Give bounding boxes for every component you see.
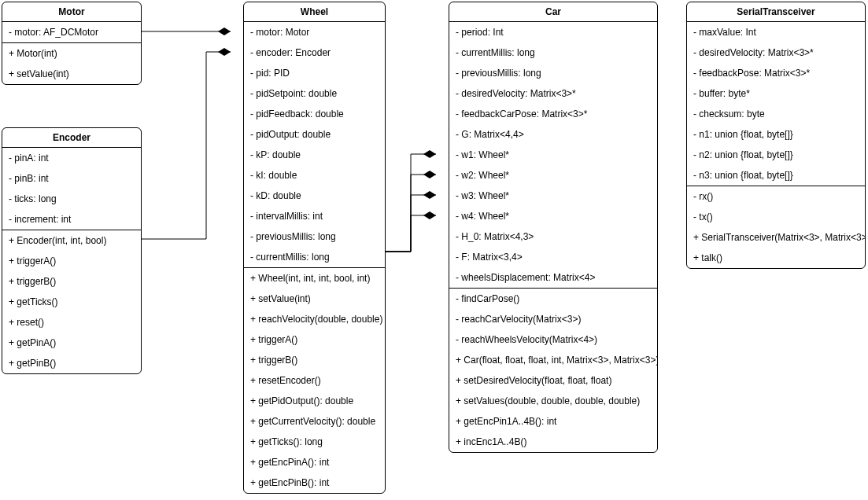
method-row: - tx() — [687, 207, 865, 227]
attributes-section: - maxValue: Int- desiredVelocity: Matrix… — [687, 22, 865, 186]
attribute-row: - currentMillis: long — [449, 42, 657, 63]
method-row: + triggerA() — [2, 251, 141, 271]
attribute-row: - checksum: byte — [687, 104, 865, 124]
methods-section: + Motor(int)+ setValue(int) — [2, 43, 141, 84]
attribute-row: - motor: Motor — [244, 22, 385, 42]
method-row: + triggerB() — [2, 271, 141, 292]
attribute-row: - w1: Wheel* — [449, 145, 657, 165]
attribute-row: - feedbackPose: Matrix<3>* — [687, 63, 865, 83]
rel-wheel-encoder — [142, 52, 231, 239]
attribute-row: - kI: double — [244, 165, 385, 186]
class-serial-transceiver: SerialTransceiver- maxValue: Int- desire… — [686, 2, 866, 269]
method-row: + resetEncoder() — [244, 370, 385, 391]
rel-car-wheel-4 — [386, 215, 436, 252]
method-row: + getEncPinA(): int — [244, 452, 385, 472]
methods-section: + Wheel(int, int, int, bool, int)+ setVa… — [244, 268, 385, 493]
attributes-section: - motor: AF_DCMotor — [2, 22, 141, 43]
class-title: Car — [449, 2, 657, 22]
method-row: + getTicks(): long — [244, 432, 385, 452]
attribute-row: - previousMillis: long — [449, 63, 657, 83]
attribute-row: - n3: union {float, byte[]} — [687, 165, 865, 186]
method-row: + SerialTransceiver(Matrix<3>, Matrix<3>… — [687, 227, 865, 248]
rel-car-wheel-1 — [386, 154, 436, 252]
method-row: + reset() — [2, 312, 141, 333]
class-wheel: Wheel- motor: Motor- encoder: Encoder- p… — [243, 2, 386, 494]
attribute-row: - buffer: byte* — [687, 83, 865, 104]
class-encoder: Encoder- pinA: int- pinB: int- ticks: lo… — [2, 127, 142, 374]
attribute-row: - H_0: Matrix<4,3> — [449, 226, 657, 247]
attribute-row: - pidSetpoint: double — [244, 83, 385, 104]
attribute-row: - desiredVelocity: Matrix<3>* — [687, 42, 865, 63]
method-row: + incEnc1A..4B() — [449, 432, 657, 452]
attribute-row: - pid: PID — [244, 63, 385, 83]
attributes-section: - motor: Motor- encoder: Encoder- pid: P… — [244, 22, 385, 268]
method-row: - reachWheelsVelocity(Matrix<4>) — [449, 329, 657, 350]
methods-section: - rx()- tx()+ SerialTransceiver(Matrix<3… — [687, 186, 865, 268]
attributes-section: - pinA: int- pinB: int- ticks: long- inc… — [2, 148, 141, 230]
method-row: + getTicks() — [2, 292, 141, 312]
method-row: + getPidOutput(): double — [244, 391, 385, 411]
method-row: + getEncPin1A..4B(): int — [449, 411, 657, 432]
method-row: + getPinA() — [2, 333, 141, 353]
class-car: Car- period: Int- currentMillis: long- p… — [449, 2, 658, 453]
methods-section: - findCarPose()- reachCarVelocity(Matrix… — [449, 289, 657, 452]
attribute-row: - increment: int — [2, 209, 141, 230]
attribute-row: - w2: Wheel* — [449, 165, 657, 186]
attribute-row: - wheelsDisplacement: Matrix<4> — [449, 267, 657, 288]
method-row: - reachCarVelocity(Matrix<3>) — [449, 309, 657, 329]
attribute-row: - previousMillis: long — [244, 226, 385, 247]
diamond-car-w3 — [423, 191, 436, 199]
method-row: + getEncPinB(): int — [244, 472, 385, 493]
attribute-row: - G: Matrix<4,4> — [449, 124, 657, 145]
attribute-row: - feedbackCarPose: Matrix<3>* — [449, 104, 657, 124]
method-row: + Car(float, float, float, int, Matrix<3… — [449, 350, 657, 370]
method-row: + triggerB() — [244, 350, 385, 370]
attribute-row: - pidOutput: double — [244, 124, 385, 145]
method-row: + Wheel(int, int, int, bool, int) — [244, 268, 385, 289]
method-row: - findCarPose() — [449, 289, 657, 309]
diamond-car-w2 — [423, 171, 436, 178]
method-row: + triggerA() — [244, 329, 385, 350]
method-row: + setValues(double, double, double, doub… — [449, 391, 657, 411]
attribute-row: - pidFeedback: double — [244, 104, 385, 124]
method-row: + Motor(int) — [2, 43, 141, 64]
class-title: SerialTransceiver — [687, 2, 865, 22]
methods-section: + Encoder(int, int, bool)+ triggerA()+ t… — [2, 230, 141, 373]
method-row: + reachVelocity(double, double) — [244, 309, 385, 329]
method-row: + setValue(int) — [244, 289, 385, 309]
attribute-row: - kD: double — [244, 186, 385, 206]
attribute-row: - F: Matrix<3,4> — [449, 247, 657, 267]
attribute-row: - n1: union {float, byte[]} — [687, 124, 865, 145]
class-title: Wheel — [244, 2, 385, 22]
method-row: + Encoder(int, int, bool) — [2, 230, 141, 251]
diamond-car-w1 — [423, 150, 436, 158]
method-row: - rx() — [687, 186, 865, 207]
attribute-row: - n2: union {float, byte[]} — [687, 145, 865, 165]
diamond-car-w4 — [423, 211, 436, 219]
attribute-row: - ticks: long — [2, 189, 141, 209]
diamond-wheel-encoder — [218, 48, 231, 56]
attribute-row: - intervalMillis: int — [244, 206, 385, 226]
attributes-section: - period: Int- currentMillis: long- prev… — [449, 22, 657, 289]
attribute-row: - w4: Wheel* — [449, 206, 657, 226]
class-title: Encoder — [2, 128, 141, 148]
attribute-row: - pinB: int — [2, 168, 141, 189]
rel-car-wheel-2 — [386, 175, 436, 252]
class-motor: Motor- motor: AF_DCMotor+ Motor(int)+ se… — [2, 2, 142, 85]
attribute-row: - encoder: Encoder — [244, 42, 385, 63]
attribute-row: - period: Int — [449, 22, 657, 42]
attribute-row: - pinA: int — [2, 148, 141, 168]
method-row: + talk() — [687, 248, 865, 268]
method-row: + getCurrentVelocity(): double — [244, 411, 385, 432]
attribute-row: - motor: AF_DCMotor — [2, 22, 141, 42]
attribute-row: - w3: Wheel* — [449, 186, 657, 206]
attribute-row: - currentMillis: long — [244, 247, 385, 267]
attribute-row: - maxValue: Int — [687, 22, 865, 42]
diamond-wheel-motor — [218, 28, 231, 35]
method-row: + setDesiredVelocity(float, float, float… — [449, 370, 657, 391]
rel-car-wheel-3 — [386, 195, 436, 252]
class-title: Motor — [2, 2, 141, 22]
attribute-row: - desiredVelocity: Matrix<3>* — [449, 83, 657, 104]
attribute-row: - kP: double — [244, 145, 385, 165]
method-row: + getPinB() — [2, 353, 141, 373]
